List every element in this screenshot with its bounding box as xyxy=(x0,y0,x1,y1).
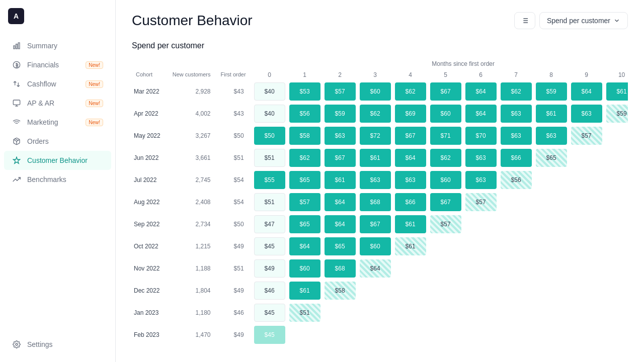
cell-4-0: $55 xyxy=(252,169,287,191)
sidebar-item-financials[interactable]: Financials New! xyxy=(4,55,111,74)
cell-value-4-4: $63 xyxy=(395,171,426,189)
first-order-value: $46 xyxy=(217,302,252,324)
cell-10-9 xyxy=(569,302,604,324)
cell-9-8 xyxy=(534,280,569,302)
sidebar-item-summary[interactable]: Summary xyxy=(4,36,111,55)
cell-3-3: $61 xyxy=(358,147,393,169)
cell-0-6: $64 xyxy=(463,80,499,103)
cell-value-6-4: $61 xyxy=(395,215,426,233)
new-customers-value: 3,661 xyxy=(169,147,217,169)
sidebar-item-label: Orders xyxy=(27,137,49,145)
first-order-value: $51 xyxy=(217,257,252,280)
cell-2-10 xyxy=(604,125,628,147)
cell-7-8 xyxy=(534,235,569,257)
cell-value-1-3: $62 xyxy=(360,105,391,123)
cell-value-3-4: $64 xyxy=(395,149,426,167)
new-customers-value: 1,470 xyxy=(169,324,217,346)
cell-9-0: $46 xyxy=(252,280,287,302)
cell-10-3 xyxy=(358,302,393,324)
cell-0-9: $64 xyxy=(569,80,604,103)
cell-value-0-2: $57 xyxy=(325,82,356,101)
filter-button[interactable] xyxy=(514,12,535,29)
cell-6-10 xyxy=(604,213,628,235)
cell-9-7 xyxy=(499,280,534,302)
cell-value-9-2: $58 xyxy=(325,282,356,300)
svg-rect-2 xyxy=(18,43,20,49)
cell-value-5-5: $67 xyxy=(430,193,461,211)
new-customers-value: 2,928 xyxy=(169,80,217,103)
cell-7-6 xyxy=(463,235,499,257)
page-header: Customer Behavior Spend per customer xyxy=(132,12,628,29)
cell-5-1: $57 xyxy=(287,191,323,213)
first-order-value: $49 xyxy=(217,324,252,346)
sidebar-item-orders[interactable]: Orders xyxy=(4,132,111,151)
cell-1-5: $60 xyxy=(428,103,463,125)
new-badge: New! xyxy=(86,61,103,69)
cell-8-7 xyxy=(499,257,534,280)
sidebar-item-label: Summary xyxy=(27,42,57,50)
cell-6-0: $47 xyxy=(252,213,287,235)
cell-0-0: $40 xyxy=(252,80,287,103)
cell-9-2: $58 xyxy=(323,280,358,302)
cell-3-4: $64 xyxy=(393,147,428,169)
cell-value-0-0: $40 xyxy=(254,82,285,101)
sidebar-item-ap-ar[interactable]: AP & AR New! xyxy=(4,94,111,113)
svg-rect-4 xyxy=(13,100,20,105)
cohort-label: Sep 2022 xyxy=(132,213,169,235)
cohort-label: Dec 2022 xyxy=(132,280,169,302)
cell-8-2: $68 xyxy=(323,257,358,280)
table-row: Dec 20221,804$49$46$61$58 xyxy=(132,280,628,302)
cell-value-5-3: $68 xyxy=(360,193,391,211)
cell-7-7 xyxy=(499,235,534,257)
cell-value-9-1: $61 xyxy=(289,282,320,300)
cell-1-8: $61 xyxy=(534,103,569,125)
cell-5-10 xyxy=(604,191,628,213)
cell-value-0-4: $62 xyxy=(395,82,426,101)
cell-value-2-9: $57 xyxy=(571,127,602,145)
col-header-6: 3 xyxy=(358,69,393,80)
cell-8-6 xyxy=(463,257,499,280)
column-headers-row: CohortNew customersFirst order0123456789… xyxy=(132,69,628,80)
cell-2-1: $58 xyxy=(287,125,323,147)
sidebar-item-label: Customer Behavior xyxy=(27,156,88,164)
cell-11-4 xyxy=(393,324,428,346)
cell-value-0-6: $64 xyxy=(465,82,497,101)
first-order-value: $50 xyxy=(217,213,252,235)
sidebar-item-benchmarks[interactable]: Benchmarks xyxy=(4,170,111,189)
cell-6-5: $57 xyxy=(428,213,463,235)
cell-2-5: $71 xyxy=(428,125,463,147)
cell-0-4: $62 xyxy=(393,80,428,103)
cell-10-0: $45 xyxy=(252,302,287,324)
cell-10-10 xyxy=(604,302,628,324)
cell-2-2: $63 xyxy=(323,125,358,147)
table-row: Nov 20221,188$51$49$60$68$64 xyxy=(132,257,628,280)
sidebar: A Summary Financials New! Cashflow New! … xyxy=(0,0,116,362)
cell-7-2: $65 xyxy=(323,235,358,257)
cell-1-1: $56 xyxy=(287,103,323,125)
cell-8-3: $64 xyxy=(358,257,393,280)
cell-11-3 xyxy=(358,324,393,346)
cell-6-7 xyxy=(499,213,534,235)
sidebar-item-settings[interactable]: Settings xyxy=(4,335,111,354)
cell-value-1-4: $69 xyxy=(395,105,426,123)
svg-rect-0 xyxy=(14,46,15,49)
cell-4-1: $65 xyxy=(287,169,323,191)
sidebar-item-marketing[interactable]: Marketing New! xyxy=(4,113,111,132)
sidebar-item-customer-behavior[interactable]: Customer Behavior xyxy=(4,151,111,170)
cell-11-2 xyxy=(323,324,358,346)
cell-value-0-5: $67 xyxy=(430,82,461,101)
table-row: May 20223,267$50$50$58$63$72$67$71$70$63… xyxy=(132,125,628,147)
cell-5-2: $64 xyxy=(323,191,358,213)
cell-1-3: $62 xyxy=(358,103,393,125)
cell-value-2-7: $63 xyxy=(501,127,532,145)
cell-3-8: $65 xyxy=(534,147,569,169)
cell-10-2 xyxy=(323,302,358,324)
cohort-label: Jun 2022 xyxy=(132,147,169,169)
cell-value-1-7: $63 xyxy=(501,105,532,123)
view-dropdown[interactable]: Spend per customer xyxy=(539,12,628,29)
cell-value-7-4: $61 xyxy=(395,237,426,255)
table-body: Mar 20222,928$43$40$53$57$60$62$67$64$62… xyxy=(132,80,628,346)
sidebar-item-cashflow[interactable]: Cashflow New! xyxy=(4,74,111,94)
cell-5-6: $57 xyxy=(463,191,499,213)
cell-value-10-1: $51 xyxy=(289,304,320,322)
